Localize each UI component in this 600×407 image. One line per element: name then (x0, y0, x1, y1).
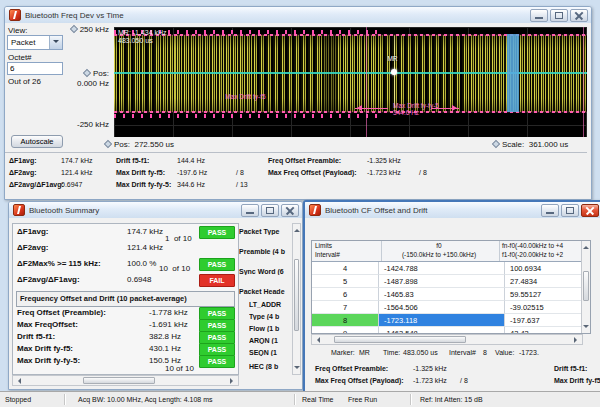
octet-label: Octet# (8, 53, 32, 62)
x-pos-readout: Pos: 272.550 us (105, 140, 174, 149)
readout-label: Max Freq Offset (Payload): (268, 169, 357, 176)
metric-label: ΔF1avg: (17, 227, 49, 236)
summary-titlebar[interactable]: Bluetooth Summary (9, 202, 302, 219)
table-row[interactable]: 6 -1465.83 59.55127 (312, 288, 582, 301)
list-item-preamble[interactable]: Preamble (4 b (239, 248, 291, 255)
scrollbar-thumb[interactable] (583, 271, 589, 301)
readout-extra: / 13 (236, 181, 248, 188)
cell-fn-f0: 43.43 (505, 327, 582, 334)
readout-value: -1.723 kHz (413, 377, 447, 384)
metric-label: ΔF2Max% >= 115 kHz: (17, 259, 101, 268)
table-row[interactable]: 9 -1463.548 43.43 (312, 327, 582, 334)
marker-readout: MR: -1.434 kHz 483.050 us (118, 29, 167, 45)
list-item-packet-header[interactable]: Packet Heade (239, 288, 291, 295)
scrollbar-thumb[interactable] (334, 336, 466, 343)
close-button[interactable] (581, 204, 599, 217)
vertical-scrollbar[interactable] (292, 223, 301, 375)
bluetooth-app-icon (309, 204, 321, 216)
metric-label: Max Drift fy-f5: (17, 344, 73, 353)
metric-label: ΔF2avg: (17, 243, 49, 252)
status-reference: Ref: Int Atten: 15 dB (420, 396, 483, 403)
cf-titlebar[interactable]: Bluetooth CF Offset and Drift (305, 202, 600, 219)
annotation-arrow-icon (431, 108, 459, 109)
minimize-button[interactable] (530, 9, 548, 22)
close-button[interactable] (281, 204, 299, 217)
freq-dev-titlebar[interactable]: Bluetooth Freq Dev vs Time (5, 7, 591, 24)
minimize-button[interactable] (541, 204, 559, 217)
marker-MR-dot[interactable] (391, 69, 397, 75)
selected-octet-band[interactable] (507, 34, 519, 112)
metric-value: 121.4 kHz (127, 243, 163, 252)
status-mode: Real Time (302, 396, 334, 403)
close-button[interactable] (570, 9, 588, 22)
cell-f0: -1487.898 (379, 275, 505, 288)
metric-value: -1.778 kHz (149, 308, 188, 317)
cell-f0: -1564.506 (379, 301, 505, 314)
table-horizontal-scrollbar[interactable] (311, 334, 583, 345)
pass-badge: PASS (199, 226, 235, 239)
metric-label: Drift f5-f1: (17, 332, 55, 341)
max-drift-annotation-2: Max Drift fy-fy-5 344.6 Hz (393, 102, 439, 117)
metric-label: Freq Offset (Preamble): (17, 308, 106, 317)
cell-interval: 4 (312, 262, 379, 275)
y-axis-top-label: 250 kHz (53, 25, 109, 34)
header-f0: f0 (379, 241, 499, 250)
table-row[interactable]: 4 -1424.788 100.6934 (312, 262, 582, 275)
cell-fn-f0: -197.637 (505, 314, 582, 327)
readout-value: 174.7 kHz (61, 157, 93, 164)
window-title: Bluetooth Freq Dev vs Time (25, 11, 124, 20)
table-row-selected[interactable]: 8 -1723.118 -197.637 (312, 314, 582, 327)
marker-label: Marker: (331, 349, 355, 356)
metric-label: Max FreqOffset: (17, 320, 78, 329)
scroll-left-arrow-icon (314, 337, 320, 343)
readout-label: Drift f5-f1: (116, 157, 149, 164)
readout-extra: / 8 (419, 169, 427, 176)
autoscale-button[interactable]: Autoscale (11, 135, 63, 148)
header-fn-f0: fn-f0(-40.00kHz to +4 (502, 241, 581, 250)
axis-marker-icon[interactable] (69, 25, 77, 33)
status-bar: Stopped Acq BW: 10.00 MHz, Acq Length: 4… (0, 391, 600, 407)
view-dropdown[interactable]: Packet (7, 35, 63, 50)
readout-value: 344.6 Hz (177, 181, 205, 188)
cell-interval: 8 (312, 314, 379, 327)
section-header: Frequency Offset and Drift (10 packet-av… (16, 291, 235, 307)
readout-label-clipped: Drift f5-f1: (554, 365, 587, 372)
maximize-button[interactable] (550, 9, 568, 22)
freq-dev-graph[interactable]: MR: -1.434 kHz 483.050 us Max Drift fy-f… (114, 27, 587, 137)
readout-label-clipped: Max Drift fy-f5 (554, 377, 600, 384)
scrollbar-thumb[interactable] (294, 259, 299, 331)
horizontal-scrollbar[interactable] (12, 375, 239, 386)
minimize-button[interactable] (241, 204, 259, 217)
scroll-down-arrow-icon (294, 366, 300, 372)
interval-value: 8 (483, 349, 487, 356)
table-row[interactable]: 7 -1564.506 -39.02515 (312, 301, 582, 314)
readout-value: -197.6 Hz (177, 169, 207, 176)
view-label: View: (8, 26, 27, 35)
cf-offset-window: Bluetooth CF Offset and Drift Limits Int… (303, 200, 600, 395)
readout-label: Max Drift fy-fy-5: (116, 181, 171, 188)
cf-offset-table: Limits Interval# f0 (-150.0kHz to +150.0… (311, 240, 591, 334)
metric-value: 430.1 Hz (149, 344, 181, 353)
axis-marker-icon[interactable] (492, 140, 500, 148)
list-item-packet-type[interactable]: Packet Type (239, 228, 291, 235)
maximize-button[interactable] (561, 204, 579, 217)
metric-value: 100.0 % (127, 259, 156, 268)
metric-count: 10 of 10 (159, 264, 190, 273)
maximize-button[interactable] (261, 204, 279, 217)
table-vertical-scrollbar[interactable] (581, 241, 590, 333)
y-axis-bottom-label: -250 kHz (53, 120, 109, 129)
header-interval: Limits (315, 241, 381, 250)
cell-fn-f0: -39.02515 (505, 301, 582, 314)
interval-label: Interval# (449, 349, 476, 356)
axis-marker-icon[interactable] (104, 140, 112, 148)
readout-value: 144.4 Hz (177, 157, 205, 164)
readout-value: -1.723 kHz (367, 169, 401, 176)
table-row[interactable]: 5 -1487.898 27.4834 (312, 275, 582, 288)
readout-label: Max Drift fy-f5: (116, 169, 165, 176)
axis-marker-icon[interactable] (83, 69, 91, 77)
list-item-sync-word[interactable]: Sync Word (6 (239, 268, 291, 275)
scrollbar-thumb[interactable] (83, 377, 155, 384)
bluetooth-app-icon (9, 9, 21, 21)
fail-badge: FAIL (199, 274, 235, 287)
readout-label: ΔF2avg: (9, 169, 37, 176)
